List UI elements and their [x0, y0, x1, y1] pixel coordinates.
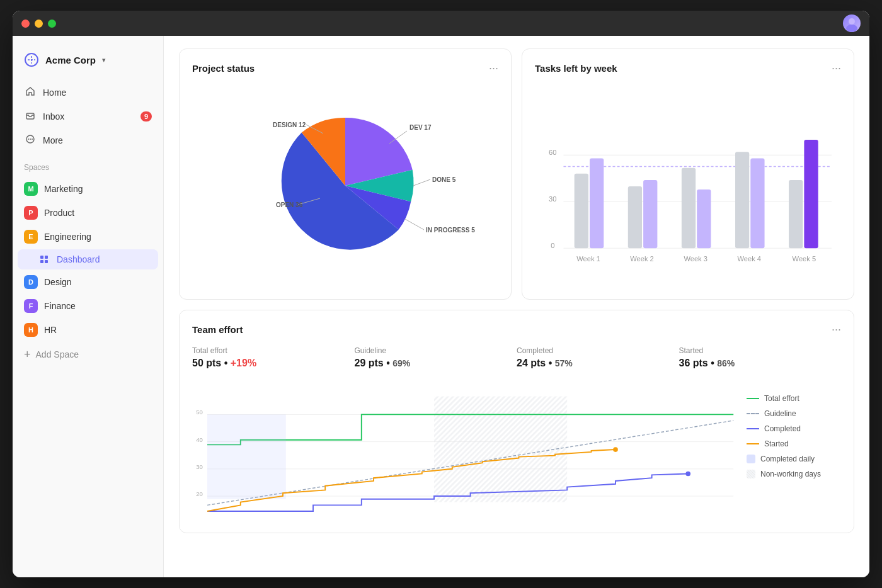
inbox-badge: 9 [140, 111, 152, 122]
dashboard-icon [38, 253, 50, 266]
sidebar-item-more[interactable]: More [18, 129, 158, 152]
pie-label-done: DONE 5 [432, 176, 456, 183]
started-pct: 86% [717, 358, 735, 368]
sidebar: Acme Corp ▾ Home Inbox 9 [13, 36, 164, 577]
fullscreen-button[interactable] [48, 20, 56, 28]
stat-total-effort-value: 50 pts • +19% [192, 358, 342, 369]
sidebar-item-home-label: Home [43, 88, 66, 98]
sidebar-item-inbox-label: Inbox [43, 111, 64, 122]
sidebar-item-dashboard[interactable]: Dashboard [18, 249, 158, 269]
legend-completed-line [747, 428, 759, 429]
lc-y-40: 40 [196, 436, 203, 443]
line-chart-area: 20 30 40 50 [192, 382, 841, 520]
bar-chart: 0 30 60 [541, 85, 835, 286]
x-label-week5: Week 5 [793, 255, 816, 263]
minimize-button[interactable] [35, 20, 43, 28]
legend-guideline: Guideline [747, 409, 841, 418]
inbox-icon [24, 110, 37, 123]
stat-guideline: Guideline 29 pts • 69% [355, 346, 517, 369]
legend-completed: Completed [747, 424, 841, 433]
sidebar-item-design[interactable]: D Design [18, 271, 158, 293]
stat-guideline-value: 29 pts • 69% [355, 358, 505, 369]
tasks-by-week-menu[interactable]: ··· [832, 62, 841, 75]
x-label-week3: Week 3 [684, 255, 707, 263]
bar-w5-2 [804, 140, 818, 248]
legend-non-working: Non-working days [747, 470, 841, 478]
svg-point-0 [849, 18, 855, 25]
team-effort-header: Team effort ··· [192, 323, 841, 336]
add-space-icon: + [24, 349, 31, 360]
legend-started-label: Started [764, 439, 789, 448]
titlebar-right [843, 14, 861, 32]
lc-y-50: 50 [196, 409, 203, 416]
main-content: Project status ··· [164, 36, 869, 577]
sidebar-item-hr-label: HR [44, 325, 57, 335]
legend-non-working-box [747, 470, 755, 478]
sidebar-item-finance[interactable]: F Finance [18, 295, 158, 317]
sidebar-item-marketing-label: Marketing [44, 184, 83, 194]
stat-started-value: 36 pts • 86% [679, 358, 829, 369]
svg-point-1 [846, 25, 857, 32]
close-button[interactable] [21, 20, 30, 28]
titlebar [13, 11, 869, 36]
started-dot: • [711, 358, 717, 368]
completed-daily-area [207, 414, 286, 499]
svg-point-6 [30, 139, 31, 140]
legend-completed-daily: Completed daily [747, 455, 841, 463]
tasks-by-week-title: Tasks left by week [535, 63, 617, 74]
stat-completed: Completed 24 pts • 57% [517, 346, 679, 369]
lc-y-20: 20 [196, 490, 203, 497]
sidebar-item-design-label: Design [44, 277, 72, 287]
avatar[interactable] [843, 14, 861, 32]
bar-w3-2 [697, 189, 711, 248]
more-icon [24, 134, 37, 147]
pie-chart-container: DEV 17 DONE 5 IN PROGRESS 5 [192, 85, 498, 286]
line-chart-container: 20 30 40 50 [192, 382, 736, 520]
bar-w1-2 [590, 158, 604, 248]
total-effort-dot: • [224, 358, 231, 368]
sidebar-item-inbox[interactable]: Inbox 9 [18, 105, 158, 128]
sidebar-brand[interactable]: Acme Corp ▾ [13, 46, 163, 81]
bar-w2-2 [643, 180, 657, 248]
spaces-section-label: Spaces [13, 153, 163, 177]
sidebar-item-home[interactable]: Home [18, 81, 158, 104]
stat-started: Started 36 pts • 86% [679, 346, 842, 369]
tasks-by-week-card: Tasks left by week ··· 0 30 60 [522, 48, 854, 300]
started-pts: 36 pts [679, 358, 708, 368]
finance-avatar: F [24, 299, 38, 313]
legend-total-effort-label: Total effort [764, 394, 799, 403]
sidebar-item-product-label: Product [44, 208, 74, 218]
sidebar-item-engineering[interactable]: E Engineering [18, 225, 158, 248]
project-status-title: Project status [192, 63, 255, 74]
bar-w2-1 [628, 186, 642, 248]
brand-icon [23, 51, 40, 69]
effort-stats: Total effort 50 pts • +19% Guideline 29 … [192, 346, 841, 369]
brand-chevron-icon: ▾ [102, 56, 106, 64]
sidebar-item-product[interactable]: P Product [18, 201, 158, 224]
pie-label-open: OPEN 36 [276, 201, 303, 208]
svg-point-7 [32, 139, 33, 140]
stat-completed-label: Completed [517, 346, 667, 355]
sidebar-item-hr[interactable]: H HR [18, 319, 158, 341]
home-icon [24, 86, 37, 99]
bar-w1-1 [575, 174, 588, 249]
svg-rect-11 [45, 260, 48, 263]
sidebar-item-dashboard-label: Dashboard [57, 254, 100, 264]
traffic-lights [21, 20, 56, 28]
bar-w3-1 [682, 168, 696, 249]
stat-guideline-label: Guideline [355, 346, 505, 355]
legend-non-working-label: Non-working days [760, 470, 821, 478]
team-effort-menu[interactable]: ··· [832, 323, 841, 336]
project-status-menu[interactable]: ··· [489, 62, 498, 75]
svg-point-5 [28, 139, 29, 140]
completed-pts: 24 pts [517, 358, 546, 368]
non-working-days [434, 397, 567, 502]
svg-rect-10 [40, 260, 43, 263]
product-avatar: P [24, 206, 38, 220]
line-chart: 20 30 40 50 [192, 382, 736, 520]
x-label-week2: Week 2 [630, 255, 654, 263]
add-space-button[interactable]: + Add Space [13, 344, 163, 365]
sidebar-item-marketing[interactable]: M Marketing [18, 178, 158, 200]
stat-completed-value: 24 pts • 57% [517, 358, 667, 369]
svg-line-14 [405, 219, 424, 230]
